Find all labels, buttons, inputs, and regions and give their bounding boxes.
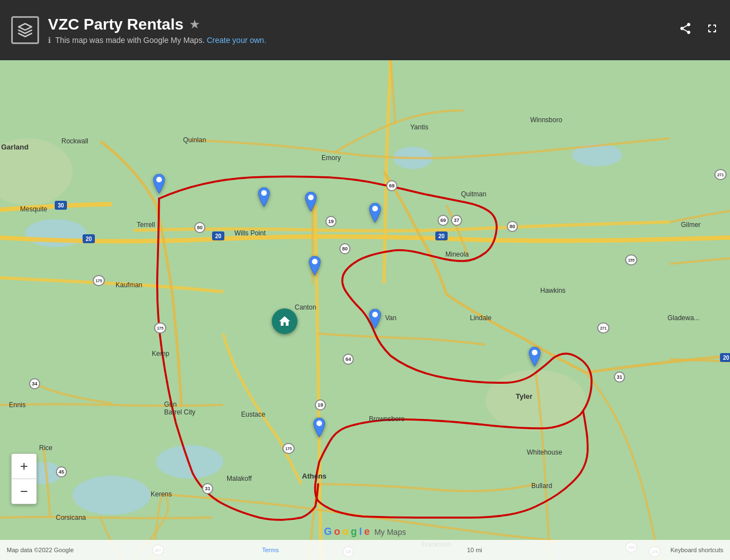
layers-icon — [17, 22, 33, 38]
app-header: VZC Party Rentals ★ ℹ This map was made … — [0, 0, 730, 60]
zoom-in-button[interactable]: + — [12, 454, 36, 479]
fullscreen-icon — [705, 22, 719, 35]
map-thumbnail-icon — [11, 16, 39, 44]
keyboard-shortcuts[interactable]: Keyboard shortcuts — [670, 547, 723, 553]
google-e: e — [364, 526, 370, 538]
star-icon[interactable]: ★ — [189, 17, 200, 32]
subtitle: ℹ This map was made with Google My Maps.… — [48, 36, 679, 45]
google-g: G — [324, 526, 332, 538]
google-o2: o — [343, 526, 349, 538]
subtitle-static: This map was made with Google My Maps. — [55, 36, 205, 45]
svg-point-4 — [73, 476, 151, 515]
map-svg — [0, 60, 730, 560]
scale-label: 10 mi — [467, 547, 482, 553]
app-title: VZC Party Rentals — [48, 16, 184, 33]
svg-point-6 — [0, 138, 73, 205]
map-container[interactable]: Garland Rockwall Quinlan Emory Yantis Wi… — [0, 60, 730, 560]
google-l: l — [359, 526, 362, 538]
my-maps-text: My Maps — [374, 528, 406, 537]
title-row: VZC Party Rentals ★ — [48, 16, 679, 33]
share-icon — [679, 22, 692, 35]
fullscreen-button[interactable] — [705, 22, 719, 38]
bottom-bar: Map data ©2022 Google Terms 10 mi Keyboa… — [0, 540, 730, 560]
google-o1: o — [334, 526, 340, 538]
share-button[interactable] — [679, 22, 692, 38]
google-maps-logo: Google My Maps — [324, 526, 406, 538]
svg-point-3 — [156, 445, 223, 479]
map-attribution: Map data ©2022 Google — [7, 547, 74, 553]
create-own-link[interactable]: Create your own. — [206, 36, 266, 45]
terms-link[interactable]: Terms — [262, 547, 278, 553]
google-g2: g — [351, 526, 357, 538]
zoom-out-button[interactable]: − — [12, 479, 36, 504]
header-text-block: VZC Party Rentals ★ ℹ This map was made … — [48, 16, 679, 45]
zoom-controls: + − — [11, 453, 37, 504]
header-actions — [679, 22, 719, 38]
